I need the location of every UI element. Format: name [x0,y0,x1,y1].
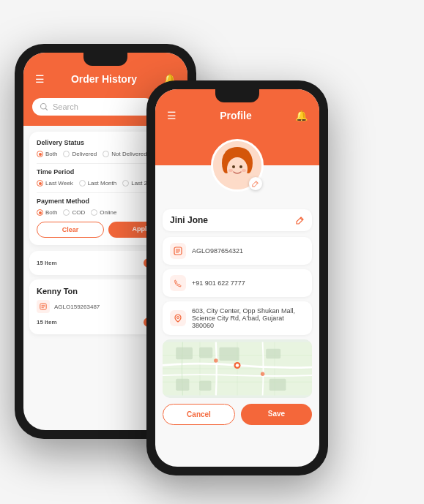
svg-line-1 [45,108,47,110]
edit-avatar-icon [252,180,259,187]
svg-rect-34 [219,347,239,361]
search-placeholder: Search [53,102,78,111]
order-card-1-items: 15 Item [37,260,57,266]
radio-delivered[interactable]: Delivered [63,151,97,157]
avatar-edit-button[interactable] [249,177,262,190]
radio-both-delivery-circle [37,151,43,157]
order-id-info-icon [170,243,186,259]
edit-name-icon[interactable] [296,216,305,225]
svg-point-40 [236,364,239,367]
search-icon [40,102,48,111]
order-id-info-row: AGLO987654321 [163,237,312,265]
svg-point-24 [177,317,179,319]
svg-point-14 [232,165,235,168]
avatar-container [155,165,319,202]
radio-both-payment-label: Both [45,209,57,216]
radio-online-circle [91,209,97,216]
address-info-row: 603, City Center, Opp Shukan Mall, Scien… [163,301,312,335]
radio-both-delivery[interactable]: Both [37,151,57,157]
phone2-screen: ☰ Profile 🔔 [155,89,319,467]
order-id-icon [37,300,50,313]
svg-rect-38 [269,379,286,391]
map-svg [163,339,312,398]
profile-title: Profile [220,110,252,121]
svg-point-42 [261,372,264,376]
profile-content: Jini Jone [155,202,319,432]
svg-rect-37 [199,380,211,391]
radio-not-delivered[interactable]: Not Delivered [103,151,146,157]
order-card-2-items: 15 Item [37,319,57,326]
hamburger-icon[interactable]: ☰ [35,73,45,85]
order-id-text: AGLO159263487 [54,304,100,310]
phone1-notch [83,53,127,66]
phone2-notch [215,89,259,102]
radio-last-month-circle [79,180,86,187]
radio-both-payment-circle [37,209,43,216]
radio-last-week[interactable]: Last Week [37,180,73,187]
radio-both-delivery-label: Both [45,151,57,157]
profile-actions: Cancel Save [163,404,312,425]
phone-profile: ☰ Profile 🔔 [146,80,328,475]
radio-delivered-label: Delivered [72,151,97,157]
radio-last-week-label: Last Week [45,180,73,187]
radio-online[interactable]: Online [91,209,116,216]
radio-online-label: Online [100,209,116,216]
phone-info-icon [170,275,186,291]
radio-cod-label: COD [72,209,85,216]
order-history-title: Order History [71,73,137,85]
profile-phone: +91 901 622 7777 [192,279,245,287]
cancel-button[interactable]: Cancel [163,404,235,425]
search-input-wrap[interactable]: Search [32,98,154,116]
radio-not-delivered-label: Not Delivered [111,151,146,157]
radio-cod-circle [63,209,70,216]
avatar-wrap [211,139,264,192]
radio-cod[interactable]: COD [63,209,85,216]
radio-delivered-circle [63,151,70,157]
profile-address: 603, City Center, Opp Shukan Mall, Scien… [192,307,305,329]
profile-name: Jini Jone [170,215,208,225]
svg-point-16 [228,169,233,172]
svg-rect-35 [266,349,280,359]
svg-point-41 [214,358,217,362]
profile-order-id: AGLO987654321 [192,247,243,255]
radio-last-month[interactable]: Last Month [79,180,117,187]
phone-info-row: +91 901 622 7777 [163,269,312,297]
svg-rect-32 [176,347,193,359]
svg-rect-33 [199,347,212,358]
radio-last-week-circle [37,180,43,187]
radio-last-month-label: Last Month [88,180,117,187]
save-button[interactable]: Save [241,404,312,425]
profile-bell-icon[interactable]: 🔔 [295,110,308,121]
clear-button[interactable]: Clear [37,222,104,238]
svg-rect-36 [176,379,189,391]
address-icon [170,310,186,326]
radio-last-2month-circle [122,180,129,187]
radio-not-delivered-circle [103,151,109,157]
svg-point-13 [227,157,248,181]
name-field[interactable]: Jini Jone [163,209,312,231]
svg-point-17 [242,169,246,172]
radio-both-payment[interactable]: Both [37,209,57,216]
profile-hamburger-icon[interactable]: ☰ [167,110,176,121]
map-container [163,339,312,398]
svg-point-15 [239,165,242,168]
